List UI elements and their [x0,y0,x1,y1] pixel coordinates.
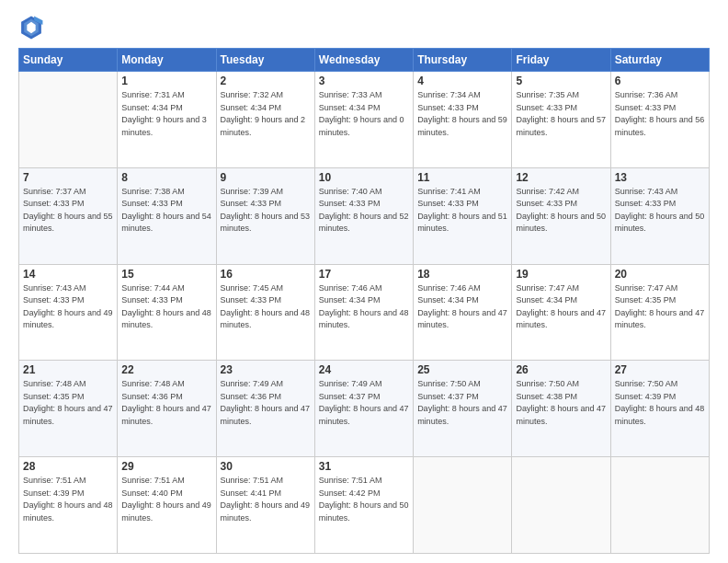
day-detail: Sunrise: 7:46 AMSunset: 4:34 PMDaylight:… [417,282,507,332]
day-detail: Sunrise: 7:51 AMSunset: 4:40 PMDaylight:… [121,475,211,524]
day-number: 5 [516,75,606,87]
day-number: 29 [121,460,211,473]
logo-icon [18,15,44,40]
calendar-cell: 20Sunrise: 7:47 AMSunset: 4:35 PMDayligh… [610,264,709,361]
calendar-cell: 24Sunrise: 7:49 AMSunset: 4:37 PMDayligh… [314,361,413,457]
day-number: 2 [221,75,311,87]
calendar-week-4: 28Sunrise: 7:51 AMSunset: 4:39 PMDayligh… [19,457,710,554]
day-detail: Sunrise: 7:37 AMSunset: 4:33 PMDaylight:… [23,186,113,236]
day-number: 28 [23,460,113,473]
calendar-cell: 27Sunrise: 7:50 AMSunset: 4:39 PMDayligh… [610,361,709,457]
day-number: 8 [121,171,211,184]
weekday-header-friday: Friday [512,49,610,72]
calendar-cell: 2Sunrise: 7:32 AMSunset: 4:34 PMDaylight… [216,72,314,168]
day-detail: Sunrise: 7:51 AMSunset: 4:42 PMDaylight:… [319,475,409,524]
day-number: 10 [319,171,409,184]
calendar-cell: 3Sunrise: 7:33 AMSunset: 4:34 PMDaylight… [314,72,413,168]
day-number: 18 [417,268,507,281]
day-detail: Sunrise: 7:47 AMSunset: 4:34 PMDaylight:… [516,282,606,332]
calendar-cell: 22Sunrise: 7:48 AMSunset: 4:36 PMDayligh… [118,361,216,457]
calendar-cell: 28Sunrise: 7:51 AMSunset: 4:39 PMDayligh… [19,457,118,554]
day-number: 23 [221,363,311,376]
calendar-table: SundayMondayTuesdayWednesdayThursdayFrid… [18,48,710,554]
calendar-cell: 12Sunrise: 7:42 AMSunset: 4:33 PMDayligh… [512,167,610,264]
day-number: 21 [23,363,113,376]
calendar-cell: 29Sunrise: 7:51 AMSunset: 4:40 PMDayligh… [118,457,216,554]
day-detail: Sunrise: 7:51 AMSunset: 4:39 PMDaylight:… [23,475,113,524]
day-detail: Sunrise: 7:35 AMSunset: 4:33 PMDaylight:… [516,89,606,139]
day-detail: Sunrise: 7:42 AMSunset: 4:33 PMDaylight:… [516,186,606,236]
day-detail: Sunrise: 7:33 AMSunset: 4:34 PMDaylight:… [319,89,409,139]
day-number: 20 [615,268,705,281]
day-number: 17 [319,268,409,281]
calendar-week-2: 14Sunrise: 7:43 AMSunset: 4:33 PMDayligh… [19,264,710,361]
day-number: 30 [221,460,311,473]
calendar-cell: 6Sunrise: 7:36 AMSunset: 4:33 PMDaylight… [610,72,709,168]
calendar-cell: 4Sunrise: 7:34 AMSunset: 4:33 PMDaylight… [414,72,512,168]
calendar-cell: 13Sunrise: 7:43 AMSunset: 4:33 PMDayligh… [610,167,709,264]
header [18,15,710,40]
day-detail: Sunrise: 7:48 AMSunset: 4:35 PMDaylight:… [23,378,113,428]
calendar-cell: 11Sunrise: 7:41 AMSunset: 4:33 PMDayligh… [414,167,512,264]
calendar-cell: 31Sunrise: 7:51 AMSunset: 4:42 PMDayligh… [314,457,413,554]
day-number: 6 [615,75,705,87]
calendar-cell: 25Sunrise: 7:50 AMSunset: 4:37 PMDayligh… [414,361,512,457]
calendar-cell: 26Sunrise: 7:50 AMSunset: 4:38 PMDayligh… [512,361,610,457]
day-detail: Sunrise: 7:49 AMSunset: 4:36 PMDaylight:… [221,378,311,428]
day-detail: Sunrise: 7:43 AMSunset: 4:33 PMDaylight:… [615,186,705,236]
day-number: 1 [121,75,211,87]
day-number: 15 [121,268,211,281]
day-detail: Sunrise: 7:49 AMSunset: 4:37 PMDaylight:… [319,378,409,428]
weekday-header-saturday: Saturday [610,49,709,72]
weekday-header-thursday: Thursday [414,49,512,72]
day-number: 31 [319,460,409,473]
calendar-cell: 18Sunrise: 7:46 AMSunset: 4:34 PMDayligh… [414,264,512,361]
day-number: 9 [221,171,311,184]
calendar-cell [414,457,512,554]
day-number: 3 [319,75,409,87]
day-detail: Sunrise: 7:34 AMSunset: 4:33 PMDaylight:… [417,89,507,139]
day-detail: Sunrise: 7:31 AMSunset: 4:34 PMDaylight:… [121,89,211,139]
weekday-header-wednesday: Wednesday [314,49,413,72]
calendar-cell: 14Sunrise: 7:43 AMSunset: 4:33 PMDayligh… [19,264,118,361]
day-detail: Sunrise: 7:46 AMSunset: 4:34 PMDaylight:… [319,282,409,332]
calendar-cell: 8Sunrise: 7:38 AMSunset: 4:33 PMDaylight… [118,167,216,264]
calendar-cell: 21Sunrise: 7:48 AMSunset: 4:35 PMDayligh… [19,361,118,457]
day-detail: Sunrise: 7:43 AMSunset: 4:33 PMDaylight:… [23,282,113,332]
page: SundayMondayTuesdayWednesdayThursdayFrid… [0,0,728,563]
day-number: 7 [23,171,113,184]
day-detail: Sunrise: 7:50 AMSunset: 4:39 PMDaylight:… [615,378,705,428]
day-number: 26 [516,363,606,376]
calendar-cell: 10Sunrise: 7:40 AMSunset: 4:33 PMDayligh… [314,167,413,264]
weekday-header-monday: Monday [118,49,216,72]
calendar-cell [512,457,610,554]
weekday-header-row: SundayMondayTuesdayWednesdayThursdayFrid… [19,49,710,72]
day-number: 25 [417,363,507,376]
calendar-cell [19,72,118,168]
weekday-header-sunday: Sunday [19,49,118,72]
calendar-cell: 17Sunrise: 7:46 AMSunset: 4:34 PMDayligh… [314,264,413,361]
day-detail: Sunrise: 7:39 AMSunset: 4:33 PMDaylight:… [221,186,311,236]
day-number: 19 [516,268,606,281]
calendar-cell: 15Sunrise: 7:44 AMSunset: 4:33 PMDayligh… [118,264,216,361]
calendar-cell: 7Sunrise: 7:37 AMSunset: 4:33 PMDaylight… [19,167,118,264]
calendar-week-1: 7Sunrise: 7:37 AMSunset: 4:33 PMDaylight… [19,167,710,264]
day-detail: Sunrise: 7:38 AMSunset: 4:33 PMDaylight:… [121,186,211,236]
calendar-cell: 5Sunrise: 7:35 AMSunset: 4:33 PMDaylight… [512,72,610,168]
calendar-cell: 1Sunrise: 7:31 AMSunset: 4:34 PMDaylight… [118,72,216,168]
calendar-cell: 19Sunrise: 7:47 AMSunset: 4:34 PMDayligh… [512,264,610,361]
day-detail: Sunrise: 7:44 AMSunset: 4:33 PMDaylight:… [121,282,211,332]
day-detail: Sunrise: 7:50 AMSunset: 4:38 PMDaylight:… [516,378,606,428]
day-number: 22 [121,363,211,376]
calendar-cell: 30Sunrise: 7:51 AMSunset: 4:41 PMDayligh… [216,457,314,554]
day-number: 24 [319,363,409,376]
day-number: 4 [417,75,507,87]
day-detail: Sunrise: 7:40 AMSunset: 4:33 PMDaylight:… [319,186,409,236]
day-detail: Sunrise: 7:32 AMSunset: 4:34 PMDaylight:… [221,89,311,139]
day-number: 13 [615,171,705,184]
calendar-cell [610,457,709,554]
day-number: 14 [23,268,113,281]
logo [18,15,48,40]
day-detail: Sunrise: 7:41 AMSunset: 4:33 PMDaylight:… [417,186,507,236]
day-number: 16 [221,268,311,281]
